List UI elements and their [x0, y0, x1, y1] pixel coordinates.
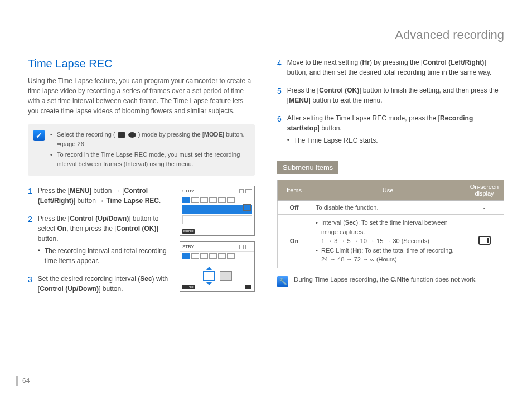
info-item: Select the recording ( ) mode by pressin…: [50, 130, 249, 148]
section-title: Time Lapse REC: [28, 57, 255, 70]
table-header: Items: [278, 180, 311, 201]
lcd-screenshot-2: STBY MENU: [180, 241, 255, 292]
info-box: ✓ Select the recording ( ) mode by press…: [28, 124, 255, 176]
step-1: 1 Press the [MENU] button → [Control (Le…: [28, 186, 171, 206]
table-row: On Interval (Sec): To set the time inter…: [278, 215, 504, 268]
checkmark-icon: ✓: [33, 130, 45, 141]
submenu-heading: Submenu items: [277, 161, 338, 174]
step-number: 6: [277, 113, 282, 146]
arrow-right-icon: [245, 285, 251, 289]
step-body: After setting the Time Lapse REC mode, p…: [287, 113, 504, 146]
screenshots-column: STBY MENU STBY: [180, 186, 255, 302]
step-number: 4: [277, 57, 282, 77]
table-cell-item: On: [278, 215, 311, 268]
step-4: 4 Move to the next setting (Hr) by press…: [277, 57, 504, 77]
step-6: 6 After setting the Time Lapse REC mode,…: [277, 113, 504, 146]
table-cell-display: [465, 215, 504, 268]
photo-mode-icon: [128, 132, 136, 138]
table-header: Use: [311, 180, 465, 201]
menu-tag-icon: MENU: [182, 229, 195, 234]
step-number: 3: [28, 274, 32, 294]
step-body: Press the [Control (Up/Down)] button to …: [38, 214, 171, 266]
left-column: Time Lapse REC Using the Time Lapse feat…: [28, 57, 255, 302]
table-cell-item: Off: [278, 201, 311, 215]
table-cell-display: -: [465, 201, 504, 215]
step-number: 2: [28, 214, 32, 266]
right-column: 4 Move to the next setting (Hr) by press…: [277, 57, 504, 302]
footnote: 🔧 During Time Lapse recording, the C.Nit…: [277, 276, 504, 287]
step-3: 3 Set the desired recording interval (Se…: [28, 274, 171, 294]
step-body: Press the [Control (OK)] button to finis…: [287, 85, 504, 105]
submenu-table: Items Use On-screen display Off To disab…: [277, 180, 504, 268]
page-number-bar: [16, 376, 18, 386]
page-header-title: Advanced recording: [28, 28, 504, 46]
step-2: 2 Press the [Control (Up/Down)] button t…: [28, 214, 171, 266]
step-sub: The Time Lapse REC starts.: [287, 135, 504, 146]
timelapse-icon: [243, 204, 251, 211]
arrow-left-icon: [183, 285, 189, 289]
table-header: On-screen display: [465, 180, 504, 201]
steps-list-left: 1 Press the [MENU] button → [Control (Le…: [28, 186, 171, 302]
arrow-up-icon: [206, 267, 212, 270]
table-cell-use: Interval (Sec): To set the time interval…: [311, 215, 465, 268]
footnote-text: During Time Lapse recording, the C.Nite …: [294, 276, 477, 283]
step-number: 1: [28, 186, 32, 206]
steps-area: 1 Press the [MENU] button → [Control (Le…: [28, 186, 255, 302]
lcd-screenshot-1: STBY MENU: [180, 186, 255, 236]
table-row: Off To disable the function. -: [278, 201, 504, 215]
table-cell-use: To disable the function.: [311, 201, 465, 215]
step-5: 5 Press the [Control (OK)] button to fin…: [277, 85, 504, 105]
video-mode-icon: [118, 132, 125, 138]
step-body: Move to the next setting (Hr) by pressin…: [287, 57, 504, 77]
intro-paragraph: Using the Time Lapse feature, you can pr…: [28, 76, 255, 116]
wrench-icon: 🔧: [277, 276, 288, 287]
step-body: Press the [MENU] button → [Control (Left…: [38, 186, 171, 206]
step-number: 5: [277, 85, 282, 105]
page-number: 64: [22, 377, 30, 385]
step-sub: The recording interval and total recordi…: [38, 246, 171, 266]
content-columns: Time Lapse REC Using the Time Lapse feat…: [28, 57, 504, 302]
step-body: Set the desired recording interval (Sec)…: [38, 274, 171, 294]
info-list: Select the recording ( ) mode by pressin…: [50, 130, 249, 170]
timelapse-display-icon: [478, 236, 491, 245]
info-item: To record in the Time Lapse REC mode, yo…: [50, 150, 249, 168]
